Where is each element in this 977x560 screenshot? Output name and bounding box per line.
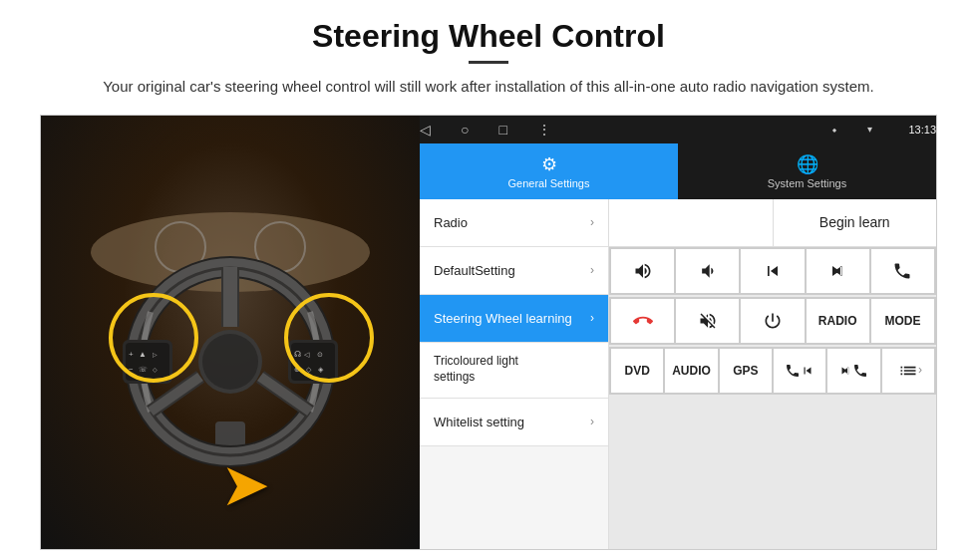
phone-button[interactable] bbox=[871, 249, 934, 293]
dvd-label: DVD bbox=[624, 364, 649, 378]
menu-item-steering-wheel[interactable]: Steering Wheel learning › bbox=[420, 295, 608, 343]
content-area: Radio › DefaultSetting › Steering Wheel … bbox=[420, 199, 936, 550]
audio-button[interactable]: AUDIO bbox=[665, 349, 717, 393]
menu-nav-icon[interactable]: ⋮ bbox=[537, 122, 551, 138]
vol-down-icon bbox=[698, 261, 718, 281]
main-content: + ▲ − ☏ ▷ ◇ ☊ ◁ ⊙ ⊕ ◇ ◈ bbox=[40, 115, 937, 551]
title-divider bbox=[469, 61, 508, 64]
menu-item-tricoloured[interactable]: Tricoloured lightsettings › bbox=[420, 343, 608, 399]
hangup-button[interactable] bbox=[611, 299, 674, 343]
mode-button[interactable]: MODE bbox=[871, 299, 934, 343]
vol-up-button[interactable] bbox=[611, 249, 674, 293]
dvd-button[interactable]: DVD bbox=[611, 349, 663, 393]
svg-point-14 bbox=[202, 334, 258, 390]
begin-learn-button[interactable]: Begin learn bbox=[774, 199, 937, 246]
location-icon: ⬥ bbox=[831, 124, 837, 135]
prev-track-icon bbox=[763, 261, 783, 281]
menu-item-whitelist[interactable]: Whitelist setting › bbox=[420, 399, 608, 446]
chevron-icon: › bbox=[590, 311, 594, 325]
prev-track-button[interactable] bbox=[741, 249, 804, 293]
mute-button[interactable] bbox=[676, 299, 739, 343]
menu-tricoloured-label: Tricoloured lightsettings bbox=[434, 354, 518, 385]
chevron-icon: › bbox=[918, 363, 922, 377]
next-small-icon bbox=[838, 364, 852, 378]
tab-bar: ⚙ General Settings 🌐 System Settings bbox=[420, 143, 936, 199]
steering-wheel-wrap: + ▲ − ☏ ▷ ◇ ☊ ◁ ⊙ ⊕ ◇ ◈ bbox=[71, 192, 390, 471]
power-button[interactable] bbox=[741, 299, 804, 343]
menu-radio-label: Radio bbox=[434, 215, 468, 230]
car-image-area: + ▲ − ☏ ▷ ◇ ☊ ◁ ⊙ ⊕ ◇ ◈ bbox=[41, 116, 420, 550]
arrow-overlay: ➤ bbox=[220, 449, 270, 519]
list-icon bbox=[898, 361, 918, 381]
tab-system-label: System Settings bbox=[768, 177, 846, 189]
next-track-button[interactable] bbox=[807, 249, 869, 293]
back-nav-icon[interactable]: ◁ bbox=[420, 122, 431, 138]
prev-small-icon bbox=[801, 364, 814, 378]
control-grid-row2: RADIO MODE bbox=[609, 297, 936, 345]
callout-left bbox=[109, 293, 198, 383]
phone-icon bbox=[892, 261, 912, 281]
menu-list: Radio › DefaultSetting › Steering Wheel … bbox=[420, 199, 609, 550]
hangup-icon bbox=[633, 311, 653, 331]
begin-learn-empty bbox=[609, 199, 774, 246]
menu-item-default-setting[interactable]: DefaultSetting › bbox=[420, 247, 608, 295]
tab-system-settings[interactable]: 🌐 System Settings bbox=[678, 143, 936, 199]
tab-general-settings[interactable]: ⚙ General Settings bbox=[420, 143, 678, 199]
menu-whitelist-label: Whitelist setting bbox=[434, 415, 524, 429]
radio-button[interactable]: RADIO bbox=[807, 299, 869, 343]
mute-icon bbox=[698, 311, 718, 331]
page-container: Steering Wheel Control Your original car… bbox=[0, 0, 977, 560]
nav-bar: ◁ ○ □ ⋮ ⬥ ▾ 13:13 bbox=[420, 116, 936, 143]
chevron-icon: › bbox=[590, 415, 594, 428]
callout-right bbox=[284, 293, 374, 383]
home-nav-icon[interactable]: ○ bbox=[461, 122, 469, 138]
radio-label: RADIO bbox=[818, 314, 857, 328]
general-settings-icon: ⚙ bbox=[541, 153, 557, 175]
vol-down-button[interactable] bbox=[676, 249, 739, 293]
gps-label: GPS bbox=[733, 364, 758, 378]
page-subtitle: Your original car's steering wheel contr… bbox=[103, 76, 874, 99]
status-time: 13:13 bbox=[908, 124, 936, 136]
power-icon bbox=[763, 311, 783, 331]
system-settings-icon: 🌐 bbox=[797, 153, 818, 175]
phone-prev-button[interactable] bbox=[774, 349, 825, 393]
vol-up-icon bbox=[633, 261, 653, 281]
menu-steering-label: Steering Wheel learning bbox=[434, 311, 572, 326]
mode-label: MODE bbox=[884, 314, 920, 328]
gps-button[interactable]: GPS bbox=[720, 349, 772, 393]
tab-general-label: General Settings bbox=[508, 177, 590, 189]
chevron-icon: › bbox=[590, 215, 594, 229]
chevron-icon: › bbox=[590, 263, 594, 277]
wifi-icon: ▾ bbox=[867, 124, 872, 135]
recent-nav-icon[interactable]: □ bbox=[498, 122, 506, 138]
next-track-icon bbox=[827, 261, 847, 281]
phone-next-icon bbox=[852, 363, 868, 379]
page-title: Steering Wheel Control bbox=[312, 18, 665, 55]
menu-default-label: DefaultSetting bbox=[434, 263, 515, 278]
phone-prev-icon bbox=[785, 363, 801, 379]
controls-panel: Begin learn bbox=[609, 199, 936, 550]
audio-label: AUDIO bbox=[672, 364, 711, 378]
begin-learn-row: Begin learn bbox=[609, 199, 936, 247]
list-icon-button[interactable] bbox=[882, 349, 934, 393]
android-ui: ◁ ○ □ ⋮ ⬥ ▾ 13:13 ⚙ General Settings 🌐 S… bbox=[420, 116, 936, 550]
control-grid-row3: DVD AUDIO GPS bbox=[609, 347, 936, 395]
phone-next-button[interactable] bbox=[827, 349, 879, 393]
menu-item-radio[interactable]: Radio › bbox=[420, 199, 608, 247]
control-grid-row1 bbox=[609, 247, 936, 295]
